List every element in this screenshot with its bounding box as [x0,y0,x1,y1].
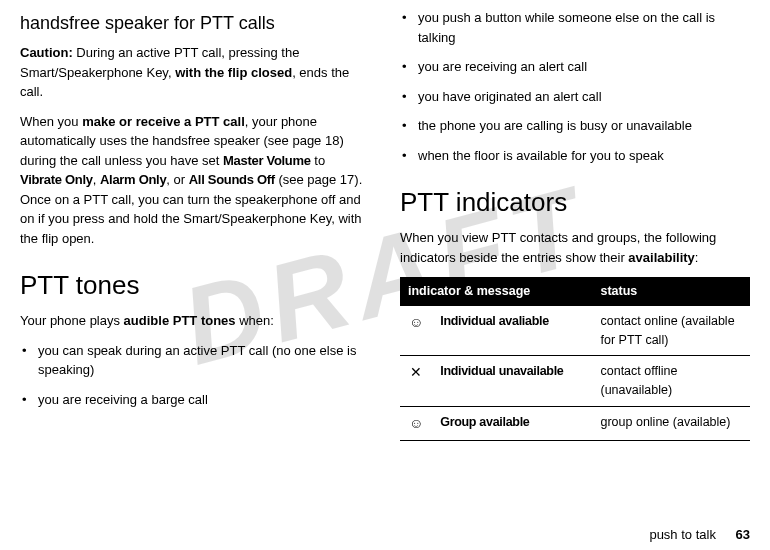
tones-intro-a: Your phone plays [20,313,124,328]
footer: push to talk 63 [649,525,750,545]
indicator-status: contact online (available for PTT call) [592,306,750,356]
page-columns: handsfree speaker for PTT calls Caution:… [20,8,750,508]
p2-bold: make or receive a PTT call [82,114,245,129]
caution-bold: with the flip closed [175,65,292,80]
indicator-icon: ✕ [400,356,432,407]
caution-paragraph: Caution: During an active PTT call, pres… [20,43,370,102]
indicator-status: contact offline (unavailable) [592,356,750,407]
list-item: you are receiving a barge call [20,390,370,410]
caution-label: Caution: [20,45,73,60]
footer-section: push to talk [649,527,716,542]
page-number: 63 [736,527,750,542]
th-status: status [592,277,750,306]
p2-master-volume: Master Volume [223,153,311,168]
tones-intro-bold: audible PTT tones [124,313,236,328]
list-item: you push a button while someone else on … [400,8,750,47]
make-receive-paragraph: When you make or receive a PTT call, you… [20,112,370,249]
indicators-intro: When you view PTT contacts and groups, t… [400,228,750,267]
indicator-message: Individual unavailable [440,364,563,378]
list-item: you are receiving an alert call [400,57,750,77]
heading-ptt-tones: PTT tones [20,266,370,305]
indicator-message: Individual avaliable [440,314,549,328]
th-indicator: indicator & message [400,277,592,306]
indicator-status: group online (available) [592,406,750,440]
list-item: when the floor is available for you to s… [400,146,750,166]
tones-intro-b: when: [236,313,274,328]
list-item: you can speak during an active PTT call … [20,341,370,380]
right-column: you push a button while someone else on … [400,8,750,508]
indicator-message: Group available [440,415,529,429]
tones-list-left: you can speak during an active PTT call … [20,341,370,410]
table-row: ☺ Group available group online (availabl… [400,406,750,440]
list-item: the phone you are calling is busy or una… [400,116,750,136]
p2-d: , [93,172,100,187]
p2-alarm: Alarm Only [100,172,166,187]
p2-vibrate: Vibrate Only [20,172,93,187]
heading-ptt-indicators: PTT indicators [400,183,750,222]
p2-a: When you [20,114,82,129]
ind-intro-bold: availability [628,250,694,265]
ind-intro-b: : [695,250,699,265]
indicator-icon: ☺ [400,306,432,356]
table-row: ☺ Individual avaliable contact online (a… [400,306,750,356]
left-column: handsfree speaker for PTT calls Caution:… [20,8,370,508]
p2-allsounds: All Sounds Off [189,172,275,187]
heading-handsfree: handsfree speaker for PTT calls [20,10,370,37]
p2-c: to [311,153,325,168]
tones-list-right: you push a button while someone else on … [400,8,750,165]
indicator-icon: ☺ [400,406,432,440]
indicators-table: indicator & message status ☺ Individual … [400,277,750,441]
table-row: ✕ Individual unavailable contact offline… [400,356,750,407]
tones-intro: Your phone plays audible PTT tones when: [20,311,370,331]
p2-e: , or [166,172,188,187]
list-item: you have originated an alert call [400,87,750,107]
